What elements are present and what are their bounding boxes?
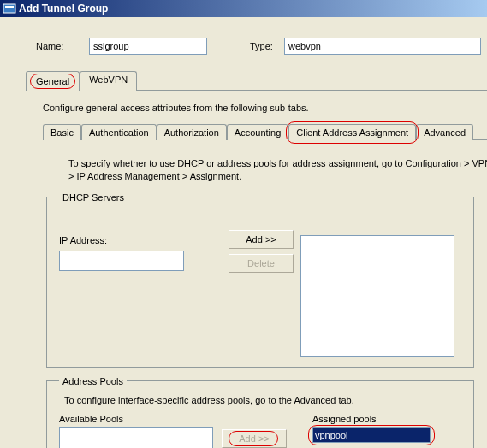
outer-tabs: General WebVPN xyxy=(26,70,487,90)
svg-rect-0 xyxy=(3,4,15,13)
tab-general-label: General xyxy=(36,76,69,86)
assigned-pool-item[interactable]: vpnpool xyxy=(313,428,430,442)
subtab-basic-label: Basic xyxy=(50,127,74,138)
subtab-authorization-label: Authorization xyxy=(164,127,219,138)
available-pools-label: Available Pools xyxy=(59,414,213,424)
pools-add-button[interactable]: Add >> xyxy=(222,429,287,448)
general-panel: Configure general access attributes from… xyxy=(26,90,487,448)
subtab-authorization[interactable]: Authorization xyxy=(157,124,227,140)
app-icon xyxy=(3,2,16,15)
tab-general[interactable]: General xyxy=(26,71,80,91)
inner-tabs: Basic Authentication Authorization Accou… xyxy=(43,123,487,139)
address-pools-group: Address Pools To configure interface-spe… xyxy=(46,376,474,448)
type-input[interactable] xyxy=(284,38,481,55)
pools-legend: Address Pools xyxy=(59,376,127,386)
assigned-pools-list[interactable]: vpnpool xyxy=(312,427,431,443)
ip-address-label: IP Address: xyxy=(59,235,222,245)
subtab-client-addr-label: Client Address Assignment xyxy=(296,127,408,138)
dhcp-add-button[interactable]: Add >> xyxy=(229,230,294,249)
dhcp-legend: DHCP Servers xyxy=(59,192,128,203)
subtab-authentication-label: Authentication xyxy=(89,127,149,138)
assignment-instruction: To specify whether to use DHCP or addres… xyxy=(68,157,487,184)
subtab-authentication[interactable]: Authentication xyxy=(81,124,157,140)
subtab-advanced-label: Advanced xyxy=(424,127,466,138)
intro-text: Configure general access attributes from… xyxy=(43,103,487,113)
window-title: Add Tunnel Group xyxy=(19,3,108,15)
dhcp-delete-button[interactable]: Delete xyxy=(229,254,294,273)
dhcp-server-list[interactable] xyxy=(300,235,454,357)
subtab-accounting-label: Accounting xyxy=(235,127,281,138)
subtab-client-address-assignment[interactable]: Client Address Assignment xyxy=(288,124,416,140)
ip-address-input[interactable] xyxy=(59,251,184,271)
titlebar: Add Tunnel Group xyxy=(0,0,487,17)
name-input[interactable] xyxy=(89,38,207,55)
client-addr-panel: To specify whether to use DHCP or addres… xyxy=(43,139,487,448)
subtab-advanced[interactable]: Advanced xyxy=(416,124,473,140)
dhcp-servers-group: DHCP Servers IP Address: Add >> Delete xyxy=(46,192,474,368)
tab-webvpn-label: WebVPN xyxy=(89,74,128,85)
tab-general-highlight: General xyxy=(30,74,75,89)
pools-instruction: To configure interface-specific address … xyxy=(64,395,465,405)
subtab-accounting[interactable]: Accounting xyxy=(227,124,288,140)
svg-rect-1 xyxy=(5,6,14,8)
type-label: Type: xyxy=(250,41,284,51)
subtab-basic[interactable]: Basic xyxy=(43,124,81,140)
assigned-pools-label: Assigned pools xyxy=(312,414,431,424)
tab-webvpn[interactable]: WebVPN xyxy=(80,71,137,91)
available-pools-list[interactable] xyxy=(59,427,213,448)
name-label: Name: xyxy=(36,41,89,51)
form-area: Name: Type: General WebVPN Configure gen… xyxy=(0,17,487,448)
